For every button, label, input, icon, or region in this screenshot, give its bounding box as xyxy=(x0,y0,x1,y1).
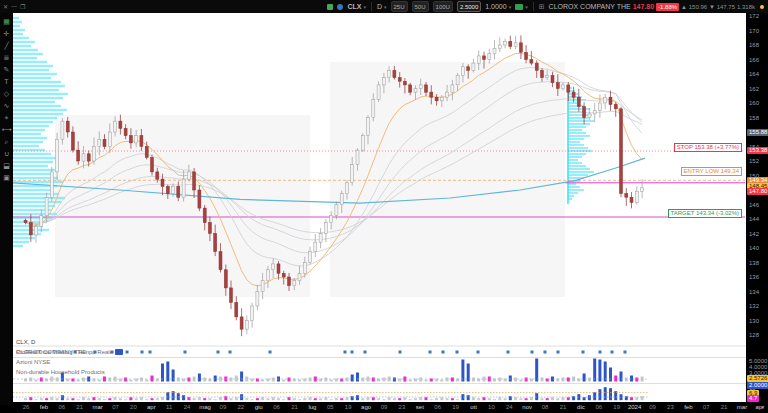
indicator-value-badge xyxy=(115,349,123,355)
forecast-tool-icon[interactable]: ⌖ xyxy=(1,112,12,123)
price-tick-label: 152 xyxy=(749,158,759,164)
size-value: 1.0000 xyxy=(485,3,506,10)
price-axis[interactable]: 1721701681661641621601581561541521501481… xyxy=(746,13,768,402)
fib-tool-icon[interactable]: ≣ xyxy=(1,52,12,63)
restore-window-icon[interactable]: ❐ xyxy=(20,3,25,10)
time-tick-label: 09 xyxy=(220,404,227,411)
price-axis-badge: 153.38 xyxy=(747,147,768,154)
price-step-field[interactable]: 2.5000 xyxy=(457,1,481,12)
time-tick-label: lug xyxy=(308,404,316,411)
close-window-icon[interactable]: ✕ xyxy=(3,3,8,10)
connection-status-icon xyxy=(327,4,333,10)
text-tool-icon[interactable]: T xyxy=(1,76,12,87)
chevron-down-icon: ▾ xyxy=(384,4,387,10)
price-tick-label: 170 xyxy=(749,28,759,34)
watchlist-icon[interactable]: ▦ xyxy=(1,16,12,27)
time-tick-label: 11 xyxy=(166,404,172,411)
shapes-tool-icon[interactable]: ◇ xyxy=(1,88,12,99)
interval-selector[interactable]: D▾ xyxy=(377,3,387,10)
time-tick-label: mar xyxy=(92,404,102,411)
stop-label[interactable]: STOP 153.38 (+3.77%) xyxy=(674,143,742,152)
pattern-tool-icon[interactable]: ∿ xyxy=(1,100,12,111)
anchored-volume-profile xyxy=(568,86,594,204)
time-tick-label: 22 xyxy=(237,404,244,411)
time-tick-label: 19 xyxy=(345,404,352,411)
indicator-histogram-2 xyxy=(24,387,644,400)
symbol-selector[interactable]: CLX▾ xyxy=(347,3,366,10)
time-tick-label: set xyxy=(416,404,424,411)
time-tick-label: 10 xyxy=(488,404,495,411)
target-label[interactable]: TARGET 143.34 (-3.02%) xyxy=(668,209,742,218)
chevron-down-icon: ▾ xyxy=(509,4,512,10)
user-icon xyxy=(337,4,343,10)
price-axis-badge: 147.80 xyxy=(747,188,768,195)
time-tick-label: feb xyxy=(684,404,692,411)
window-controls[interactable]: ✕ — ❐ xyxy=(3,3,25,10)
measure-tool-icon[interactable]: ⟷ xyxy=(1,124,12,135)
time-tick-label: 24 xyxy=(506,404,513,411)
ticker-volume: 1.318k xyxy=(737,4,755,10)
time-tick-label: 05 xyxy=(327,404,334,411)
layout-grid-button[interactable]: ⊞ xyxy=(539,3,545,11)
price-tick-label: 134 xyxy=(749,289,759,295)
trading-platform-window: ✕ — ❐ CLX▾ D▾ 25U 50U 100U 2.5000 1.0000… xyxy=(0,0,768,413)
size-field[interactable]: 1.0000▾ xyxy=(485,3,511,10)
price-tick-label: 140 xyxy=(749,245,759,251)
time-tick-label: 23 xyxy=(667,404,674,411)
qty-button-25u[interactable]: 25U xyxy=(391,1,408,12)
time-axis[interactable]: ◔ 26feb0621mar0720apr1124mag0922giu0621l… xyxy=(0,402,768,413)
zoom-tool-icon[interactable]: ⌕ xyxy=(1,136,12,147)
brush-tool-icon[interactable]: ✎ xyxy=(1,64,12,75)
time-tick-label: 06 xyxy=(434,404,441,411)
time-tick-label: ott xyxy=(470,404,477,411)
time-tick-label: mag xyxy=(199,404,211,411)
price-axis-badge: 4.7 xyxy=(747,395,759,402)
legend-sector: Non-durable Household Products xyxy=(16,370,105,374)
time-tick-label: 2024 xyxy=(628,404,641,411)
price-axis-badge: 155.88 xyxy=(747,129,768,136)
trash-tool-icon[interactable]: ▣ xyxy=(1,172,12,183)
time-tick-label: 21 xyxy=(76,404,83,411)
chevron-down-icon: ▾ xyxy=(525,4,528,10)
ticker-last-price: 147.80 xyxy=(633,3,654,10)
qty-button-50u[interactable]: 50U xyxy=(412,1,429,12)
account-icon[interactable] xyxy=(337,4,343,10)
time-tick-label: 20 xyxy=(130,404,137,411)
lock-tool-icon[interactable]: ⬓ xyxy=(1,160,12,171)
ticker-high: ▲ 150.96 xyxy=(681,4,707,10)
time-tick-label: 19 xyxy=(613,404,620,411)
time-tick-label: nov xyxy=(522,404,532,411)
price-tick-label: 162 xyxy=(749,86,759,92)
chart-legend[interactable]: CLX, D CLOROX COMPANY THE Azioni NYSE No… xyxy=(16,334,105,380)
drawing-toolbar: ▦✛╱≣✎T◇∿⌖⟷⌕∪⬓▣ xyxy=(0,13,13,405)
price-axis-badge: 2.5726 xyxy=(747,375,768,382)
price-tick-label: 130 xyxy=(749,318,759,324)
entry-label[interactable]: ENTRY LOW 149.34 xyxy=(681,167,742,176)
legend-exchange: Azioni NYSE xyxy=(16,360,105,364)
time-tick-label: 06 xyxy=(273,404,280,411)
time-tick-label: 07 xyxy=(112,404,119,411)
price-tick-label: 158 xyxy=(749,115,759,121)
toolbar-divider xyxy=(533,2,534,11)
time-tick-label: dic xyxy=(577,404,585,411)
threshold-lines xyxy=(13,379,648,397)
time-tick-label: 06 xyxy=(595,404,602,411)
signal-dots xyxy=(74,351,627,354)
chart-style-button[interactable]: ▾ xyxy=(515,4,528,10)
minimize-window-icon[interactable]: — xyxy=(11,3,17,10)
indicator-legend[interactable]: ProRealTime Trading - Tempo Reale xyxy=(16,349,123,355)
magnet-tool-icon[interactable]: ∪ xyxy=(1,148,12,159)
price-tick-label: 160 xyxy=(749,100,759,106)
qty-button-100u[interactable]: 100U xyxy=(433,1,453,12)
crosshair-tool-icon[interactable]: ✛ xyxy=(1,28,12,39)
price-tick-label: 128 xyxy=(749,332,759,338)
ticker-low: ▼ 147.75 xyxy=(709,4,735,10)
price-tick-label: 138 xyxy=(749,260,759,266)
trendline-tool-icon[interactable]: ╱ xyxy=(1,40,12,51)
symbol-label: CLX xyxy=(347,3,361,10)
time-tick-label: apr xyxy=(147,404,156,411)
top-toolbar: ✕ — ❐ CLX▾ D▾ 25U 50U 100U 2.5000 1.0000… xyxy=(0,0,768,13)
alert-dot-icon xyxy=(760,5,764,9)
indicator-name: ProRealTime Trading - Tempo Reale xyxy=(16,349,113,355)
signal-icon xyxy=(327,4,333,10)
